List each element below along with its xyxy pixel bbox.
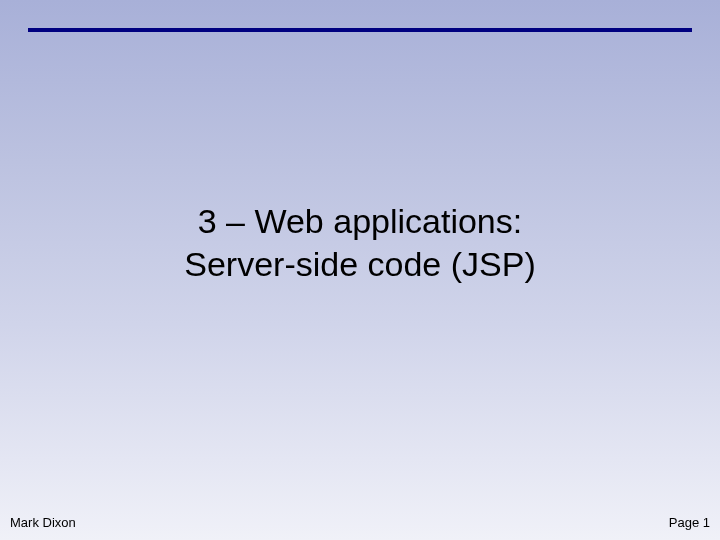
footer-author: Mark Dixon [10,515,76,530]
slide: 3 – Web applications: Server-side code (… [0,0,720,540]
title-line-1: 3 – Web applications: [60,200,660,243]
slide-title: 3 – Web applications: Server-side code (… [60,200,660,285]
slide-footer: Mark Dixon Page 1 [10,515,710,530]
footer-page: Page 1 [669,515,710,530]
top-rule [28,28,692,32]
title-line-2: Server-side code (JSP) [60,243,660,286]
